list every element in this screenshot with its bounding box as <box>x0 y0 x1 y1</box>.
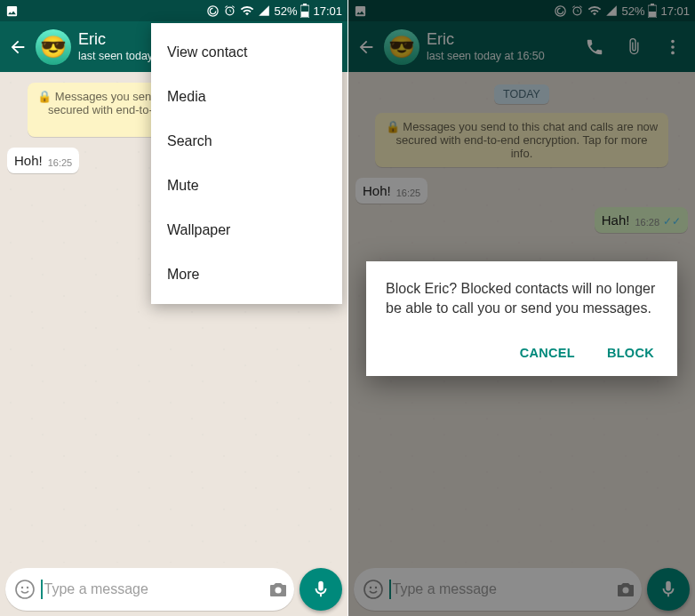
svg-point-9 <box>276 588 282 594</box>
message-input[interactable]: Type a message <box>5 568 294 611</box>
dialog-message: Block Eric? Blocked contacts will no lon… <box>386 279 658 319</box>
phone-left: 52% 17:01 😎 Eric last seen today 🔒 Messa… <box>0 0 348 616</box>
svg-rect-2 <box>301 12 308 17</box>
back-button[interactable] <box>7 36 28 58</box>
alarm-icon <box>223 4 236 18</box>
composer: Type a message <box>0 563 348 616</box>
svg-point-6 <box>16 580 34 598</box>
block-button[interactable]: BLOCK <box>603 339 658 367</box>
cancel-button[interactable]: CANCEL <box>516 339 579 367</box>
battery-pct: 52% <box>274 4 297 18</box>
sync-icon <box>206 4 220 18</box>
placeholder: Type a message <box>44 581 263 597</box>
avatar[interactable]: 😎 <box>36 29 71 65</box>
phone-right: 52% 17:01 😎 Eric last seen today at 16:5… <box>348 0 695 616</box>
svg-point-8 <box>27 587 28 588</box>
battery-icon <box>300 4 309 18</box>
menu-search[interactable]: Search <box>151 119 342 164</box>
message-time: 16:25 <box>48 157 73 168</box>
emoji-icon[interactable] <box>14 579 36 600</box>
wifi-icon <box>240 4 254 18</box>
menu-wallpaper[interactable]: Wallpaper <box>151 208 342 252</box>
menu-more[interactable]: More <box>151 252 342 297</box>
clock: 17:01 <box>313 4 342 18</box>
status-bar: 52% 17:01 <box>0 0 348 21</box>
menu-mute[interactable]: Mute <box>151 164 342 208</box>
block-dialog: Block Eric? Blocked contacts will no lon… <box>366 261 677 376</box>
voice-fab[interactable] <box>300 568 342 611</box>
message-text: Hoh! <box>14 153 43 168</box>
svg-point-7 <box>21 587 23 588</box>
menu-media[interactable]: Media <box>151 75 342 119</box>
overflow-menu: View contact Media Search Mute Wallpaper… <box>151 23 342 304</box>
text-cursor <box>41 580 43 599</box>
screenshot-icon <box>5 4 19 18</box>
svg-rect-1 <box>303 4 307 5</box>
message-in[interactable]: Hoh! 16:25 <box>7 148 79 173</box>
menu-view-contact[interactable]: View contact <box>151 30 342 75</box>
signal-icon <box>258 4 270 17</box>
camera-icon[interactable] <box>268 579 289 600</box>
